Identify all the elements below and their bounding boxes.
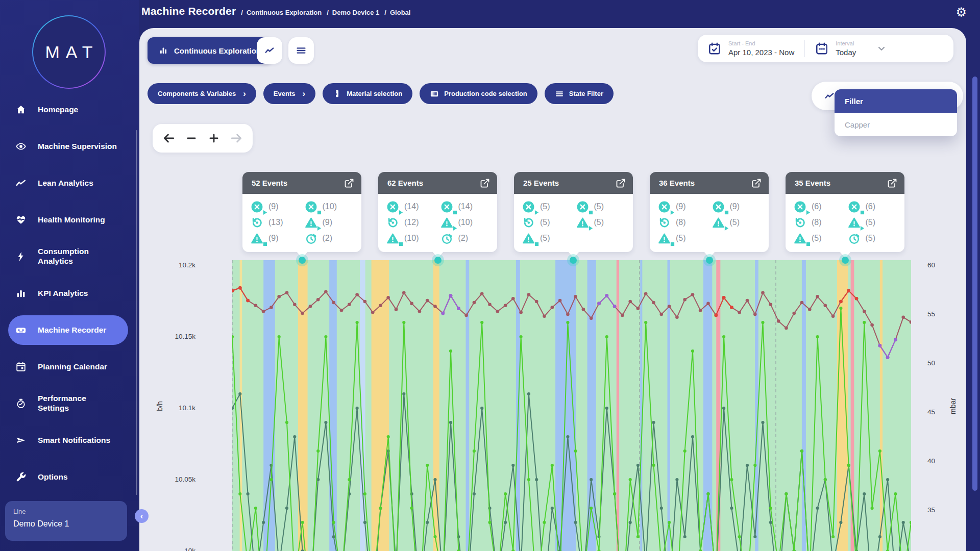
external-link-icon[interactable] (887, 178, 897, 188)
cancel-icon (712, 201, 725, 213)
menu-icon (555, 89, 564, 98)
cancel-icon (848, 201, 861, 213)
interval-picker[interactable]: Interval Today (805, 40, 897, 57)
cancel-icon (522, 201, 535, 213)
play-subicon (399, 210, 403, 215)
events-filter[interactable]: Events› (263, 83, 315, 104)
event-type-count: (12) (386, 216, 440, 229)
cancel-icon (440, 201, 453, 213)
y-axis-tick: 10k (155, 547, 195, 551)
heart-pulse-icon (15, 214, 27, 226)
chevron-right-icon: › (243, 89, 246, 98)
sidebar-item-options[interactable]: Options (0, 459, 139, 495)
sidebar-item-planning-calendar[interactable]: Planning Calendar (0, 348, 139, 385)
date-range-picker[interactable]: Start - End Apr 10, 2023 - Now (698, 40, 804, 57)
event-badge-title: 52 Events (252, 179, 344, 187)
event-type-count: (5) (576, 200, 630, 213)
sidebar-item-performance-settings[interactable]: Performance Settings (0, 385, 139, 422)
sidebar-collapse-button[interactable]: ‹ (135, 509, 149, 523)
y-axis-title: b/h (156, 401, 164, 411)
components-variables-filter[interactable]: Components & Variables› (148, 83, 256, 104)
pan-right-button[interactable] (230, 132, 243, 145)
event-marker-dot[interactable] (706, 257, 713, 264)
sidebar-item-health-monitoring[interactable]: Health Monitoring (0, 202, 139, 238)
event-type-count: (5) (848, 216, 902, 229)
event-marker-dot[interactable] (434, 257, 442, 264)
interval-value: Today (836, 48, 856, 57)
event-type-count: (5) (848, 232, 902, 245)
y2-axis-title: mbar (949, 398, 957, 414)
event-type-count: (10) (305, 200, 359, 213)
y2-axis-tick: 35 (927, 506, 953, 514)
square-subicon (399, 242, 403, 246)
pan-left-button[interactable] (162, 132, 176, 145)
page-scrollbar[interactable] (972, 77, 977, 491)
warning-icon (251, 232, 263, 245)
dropdown-option-capper[interactable]: Capper (835, 113, 957, 136)
sidebar-item-machine-supervision[interactable]: Machine Supervision (0, 128, 139, 165)
y2-axis-tick: 40 (927, 457, 953, 465)
sidebar-item-smart-notifications[interactable]: Smart Notifications (0, 422, 139, 459)
chevron-down-icon (876, 43, 887, 54)
warning-icon (386, 232, 399, 245)
play-subicon (589, 226, 593, 231)
event-marker-dot[interactable] (570, 257, 577, 264)
y-axis-tick: 10.2k (155, 261, 195, 269)
external-link-icon[interactable] (616, 178, 626, 188)
settings-gear-icon[interactable]: ⚙ (955, 6, 967, 18)
sidebar-scrollbar[interactable] (136, 130, 137, 495)
sidebar-item-machine-recorder[interactable]: Machine Recorder (0, 312, 139, 348)
sidebar-item-kpi-analytics[interactable]: KPI Analytics (0, 275, 139, 312)
line-view-button[interactable] (257, 37, 282, 64)
square-subicon (317, 210, 322, 215)
play-subicon (670, 210, 675, 215)
breadcrumb[interactable]: Demo Device 1 (327, 9, 379, 16)
sidebar-item-lean-analytics[interactable]: Lean Analytics (0, 165, 139, 202)
y-axis-tick: 10.05k (155, 475, 195, 483)
date-settings-card: Start - End Apr 10, 2023 - Now Interval … (698, 35, 953, 62)
square-subicon (589, 210, 593, 215)
state-filter[interactable]: State Filter (545, 83, 614, 104)
sidebar-item-consumption-analytics[interactable]: Consumption Analytics (0, 238, 139, 275)
material-selection-filter[interactable]: Material selection (323, 83, 412, 104)
external-link-icon[interactable] (344, 178, 354, 188)
clock-icon (848, 232, 861, 245)
event-badge: 35 Events (6)(8)(5)(6)(5)(5) (786, 172, 904, 252)
event-marker-dot[interactable] (842, 257, 849, 264)
cancel-icon (251, 201, 263, 213)
external-link-icon[interactable] (480, 178, 490, 188)
event-type-count: (9) (251, 200, 305, 213)
event-type-count: (2) (305, 232, 359, 245)
event-type-count: (13) (251, 216, 305, 229)
list-view-button[interactable] (288, 37, 314, 64)
event-type-count: (10) (440, 216, 495, 229)
event-badge: 25 Events (5)(5)(5)(5)(5) (514, 172, 633, 252)
event-marker-dot[interactable] (299, 257, 306, 264)
event-type-count: (8) (658, 216, 712, 229)
square-subicon (724, 210, 729, 215)
zoom-out-button[interactable] (185, 132, 198, 145)
play-subicon (724, 226, 729, 231)
refresh-icon (386, 216, 399, 229)
page-title: Machine Recorder (141, 5, 236, 17)
warning-icon (794, 232, 806, 245)
sidebar-nav: Homepage Machine Supervision Lean Analyt… (0, 91, 139, 495)
breadcrumb[interactable]: Continuous Exploration (241, 9, 322, 16)
external-link-icon[interactable] (751, 178, 762, 188)
page-header: Machine Recorder Continuous Exploration … (141, 5, 410, 17)
dropdown-option-filler[interactable]: Filler (835, 89, 957, 113)
timeseries-chart[interactable] (232, 260, 911, 551)
continuous-exploration-tab[interactable]: Continuous Exploration (148, 37, 272, 64)
event-type-count: (9) (305, 216, 359, 229)
zoom-in-button[interactable] (207, 132, 220, 145)
machine-selection-dropdown: Filler Capper (835, 89, 957, 136)
breadcrumb[interactable]: Global (384, 9, 410, 16)
production-code-filter[interactable]: Production code selection (420, 83, 537, 104)
event-badge: 62 Events (14)(12)(10)(14)(10)(2) (378, 172, 497, 252)
cancel-icon (658, 201, 671, 213)
event-type-count: (5) (658, 232, 712, 245)
clock-icon (440, 232, 453, 245)
filter-bar: Components & Variables› Events› Material… (148, 83, 614, 104)
event-type-count: (5) (522, 232, 576, 245)
sidebar-item-homepage[interactable]: Homepage (0, 91, 139, 128)
